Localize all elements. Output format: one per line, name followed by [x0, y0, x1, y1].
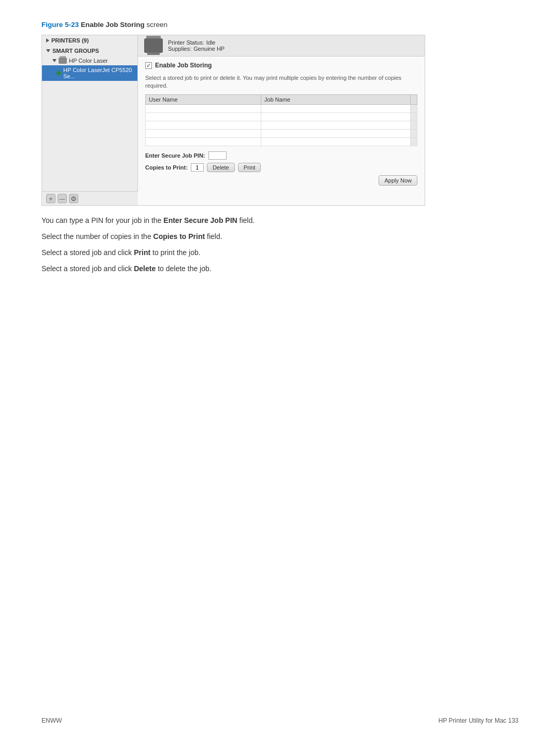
- remove-button[interactable]: —: [58, 194, 67, 203]
- apply-row: Apply Now: [145, 175, 417, 186]
- pin-input[interactable]: [208, 151, 227, 160]
- copies-row: Copies to Print: Delete Print: [145, 163, 417, 172]
- job-storing-description: Select a stored job to print or delete i…: [145, 74, 417, 90]
- sidebar-group-item[interactable]: HP Color Laser: [42, 56, 137, 65]
- delete-button[interactable]: Delete: [207, 163, 235, 172]
- footer-right: HP Printer Utility for Mac 133: [438, 717, 519, 724]
- desc-2-bold: Copies to Print: [153, 232, 205, 241]
- desc-4-after: to delete the job.: [158, 264, 212, 273]
- sidebar-smart-groups-label: SMART GROUPS: [52, 48, 99, 54]
- action-buttons: Delete Print: [207, 163, 261, 172]
- desc-1-after: field.: [240, 216, 255, 224]
- desc-3-bold: Print: [134, 248, 150, 257]
- footer-page: 133: [508, 717, 519, 724]
- desc-para-4: Select a stored job and click Delete to …: [41, 263, 425, 274]
- job-table: User Name Job Name: [145, 94, 417, 146]
- desc-para-2: Select the number of copies in the Copie…: [41, 231, 425, 242]
- desc-3-before: Select a stored job and click: [41, 248, 134, 257]
- desc-2-before: Select the number of copies in the: [41, 232, 153, 241]
- table-row[interactable]: [146, 113, 417, 121]
- desc-para-1: You can type a PIN for your job in the E…: [41, 215, 425, 226]
- printer-status-bar: Printer Status: Idle Supplies: Genuine H…: [138, 35, 425, 57]
- supplies-value: Genuine HP: [193, 46, 225, 52]
- status-info: Printer Status: Idle Supplies: Genuine H…: [168, 39, 225, 52]
- sidebar-printer-label: HP Color LaserJet CP5520 Se...: [63, 67, 133, 79]
- footer: ENWW HP Printer Utility for Mac 133: [41, 717, 519, 724]
- sidebar-printers-label: PRINTERS (9): [51, 37, 89, 44]
- printer-status-label: Printer Status:: [168, 39, 204, 46]
- main-content: Printer Status: Idle Supplies: Genuine H…: [138, 35, 425, 205]
- figure-title-bold: Enable Job Storing screen: [81, 21, 167, 29]
- gear-button[interactable]: ⚙: [69, 194, 78, 203]
- content-panel: ✓ Enable Job Storing Select a stored job…: [138, 57, 425, 191]
- supplies-label: Supplies:: [168, 46, 191, 52]
- desc-4-before: Select a stored job and click: [41, 264, 134, 273]
- group-triangle-icon: [52, 59, 57, 62]
- description-section: You can type a PIN for your job in the E…: [41, 215, 425, 274]
- table-row[interactable]: [146, 137, 417, 146]
- sidebar-printer-item[interactable]: HP Color LaserJet CP5520 Se...: [42, 65, 137, 81]
- pin-label: Enter Secure Job PIN:: [145, 152, 205, 159]
- copies-input[interactable]: [191, 163, 204, 172]
- table-row[interactable]: [146, 121, 417, 129]
- triangle-right-icon: [46, 38, 49, 43]
- sidebar-group-label: HP Color Laser: [69, 58, 108, 64]
- desc-1-bold: Enter Secure Job PIN: [163, 216, 237, 224]
- triangle-down-icon: [46, 49, 50, 52]
- table-row[interactable]: [146, 104, 417, 113]
- add-button[interactable]: +: [46, 194, 55, 203]
- desc-1-before: You can type a PIN for your job in the: [41, 216, 163, 224]
- printer-status-dot: [57, 71, 61, 75]
- enable-job-storing-row: ✓ Enable Job Storing: [145, 62, 417, 69]
- col-user-name: User Name: [146, 94, 261, 104]
- bottom-form: Enter Secure Job PIN: Copies to Print: D…: [145, 151, 417, 186]
- figure-label: Figure 5-23: [41, 21, 79, 29]
- table-row[interactable]: [146, 129, 417, 137]
- printer-status-value: Idle: [206, 39, 216, 46]
- screenshot-box: PRINTERS (9) SMART GROUPS HP Color Laser…: [41, 35, 425, 206]
- desc-4-bold: Delete: [134, 264, 156, 273]
- enable-job-storing-checkbox[interactable]: ✓: [145, 62, 152, 69]
- copies-label: Copies to Print:: [145, 164, 188, 171]
- desc-2-after: field.: [207, 232, 222, 241]
- sidebar: PRINTERS (9) SMART GROUPS HP Color Laser…: [42, 35, 138, 205]
- desc-3-after: to print the job.: [152, 248, 201, 257]
- print-button[interactable]: Print: [238, 163, 261, 172]
- sidebar-smart-groups-row[interactable]: SMART GROUPS: [42, 46, 137, 56]
- pin-row: Enter Secure Job PIN:: [145, 151, 417, 160]
- figure-caption: Figure 5-23 Enable Job Storing screen: [41, 21, 519, 29]
- printer-large-icon: [144, 38, 163, 53]
- col-job-name: Job Name: [261, 94, 410, 104]
- enable-job-storing-label: Enable Job Storing: [155, 62, 212, 69]
- sidebar-toolbar: + — ⚙: [42, 191, 138, 205]
- scrollbar-header: [411, 94, 417, 104]
- footer-enww: ENWW: [41, 717, 62, 724]
- footer-product: HP Printer Utility for Mac: [438, 717, 506, 724]
- job-table-wrapper: User Name Job Name: [145, 94, 417, 146]
- sidebar-printers-row[interactable]: PRINTERS (9): [42, 35, 137, 46]
- apply-now-button[interactable]: Apply Now: [379, 175, 417, 186]
- printer-small-icon: [59, 58, 67, 64]
- desc-para-3: Select a stored job and click Print to p…: [41, 247, 425, 258]
